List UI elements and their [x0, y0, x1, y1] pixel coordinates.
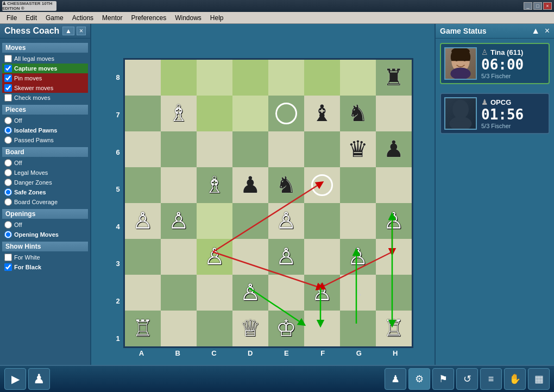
cell-f1[interactable] [304, 311, 340, 346]
menu-game[interactable]: Game [41, 13, 68, 23]
minimize-button[interactable]: _ [524, 2, 532, 10]
toolbar-icon-6[interactable]: ✋ [504, 368, 526, 390]
openings-off-option[interactable]: Off [2, 220, 88, 230]
status-close-button[interactable]: × [545, 26, 550, 35]
cell-a2[interactable] [125, 275, 161, 311]
toolbar-icon-5[interactable]: ≡ [480, 368, 502, 390]
cell-a4[interactable]: ♙ [125, 203, 161, 239]
cell-e4[interactable]: ♙ [268, 203, 304, 239]
status-expand-button[interactable]: ▲ [531, 26, 540, 35]
skewer-moves-checkbox[interactable] [4, 84, 12, 92]
cell-g6[interactable]: ♛ [340, 131, 376, 167]
opening-moves-radio[interactable] [4, 231, 12, 238]
capture-moves-checkbox[interactable] [4, 65, 12, 72]
cell-a7[interactable] [125, 96, 161, 131]
cell-b5[interactable] [161, 167, 197, 203]
pieces-off-option[interactable]: Off [2, 116, 88, 125]
cell-c5[interactable]: ♗ [197, 167, 232, 203]
capture-moves-option[interactable]: Capture moves [2, 64, 88, 73]
cell-d2[interactable]: ♙ [232, 275, 268, 311]
cell-a5[interactable] [125, 167, 161, 203]
cell-b4[interactable]: ♙ [161, 203, 197, 239]
cell-g4[interactable] [340, 203, 376, 239]
cell-c4[interactable] [197, 203, 232, 239]
board-off-option[interactable]: Off [2, 158, 88, 168]
for-black-option[interactable]: For Black [2, 262, 88, 272]
toolbar-icon-1[interactable]: ♟ [385, 368, 406, 390]
cell-d3[interactable] [232, 239, 268, 275]
play-button[interactable]: ▶ [4, 368, 26, 390]
coach-controls[interactable]: ▲ × [62, 27, 86, 35]
isolated-pawns-radio[interactable] [4, 127, 12, 134]
cell-e7[interactable] [268, 96, 304, 131]
toolbar-icon-7[interactable]: ▦ [528, 368, 550, 390]
menu-help[interactable]: Help [206, 13, 228, 23]
toolbar-icon-2[interactable]: ⚙ [408, 368, 430, 390]
cell-g1[interactable] [340, 311, 376, 346]
cell-f5[interactable] [304, 167, 340, 203]
board-coverage-option[interactable]: Board Coverage [2, 197, 88, 207]
all-legal-moves-checkbox[interactable] [4, 55, 12, 62]
cell-f8[interactable] [304, 60, 340, 96]
menu-mentor[interactable]: Mentor [98, 13, 127, 23]
legal-moves-radio[interactable] [4, 169, 12, 176]
menu-actions[interactable]: Actions [68, 13, 98, 23]
for-white-checkbox[interactable] [4, 254, 12, 261]
titlebar-controls[interactable]: _ □ × [524, 2, 552, 10]
cell-d5[interactable]: ♟ [232, 167, 268, 203]
cell-d4[interactable] [232, 203, 268, 239]
cell-g2[interactable]: ↖ [340, 275, 376, 311]
cell-g8[interactable] [340, 60, 376, 96]
cell-f6[interactable] [304, 131, 340, 167]
menu-windows[interactable]: Windows [171, 13, 206, 23]
cell-d8[interactable] [232, 60, 268, 96]
safe-zones-radio[interactable] [4, 188, 12, 196]
legal-moves-option[interactable]: Legal Moves [2, 168, 88, 178]
close-button[interactable]: × [543, 2, 552, 10]
opening-moves-option[interactable]: Opening Moves [2, 230, 88, 239]
cell-b8[interactable] [161, 60, 197, 96]
check-moves-option[interactable]: Check moves [2, 93, 88, 103]
danger-zones-radio[interactable] [4, 179, 12, 186]
cell-e8[interactable] [268, 60, 304, 96]
cell-g5[interactable] [340, 167, 376, 203]
cell-c7[interactable] [197, 96, 232, 131]
cell-f4[interactable] [304, 203, 340, 239]
cell-c3[interactable]: ♙ [197, 239, 232, 275]
cell-b1[interactable] [161, 311, 197, 346]
menu-file[interactable]: File [2, 13, 21, 23]
cell-h2[interactable] [376, 275, 412, 311]
openings-off-radio[interactable] [4, 221, 12, 229]
cell-e5[interactable]: ♞ [268, 167, 304, 203]
passed-pawns-option[interactable]: Passed Pawns [2, 135, 88, 145]
status-controls[interactable]: ▲ × [531, 26, 550, 36]
cell-d6[interactable] [232, 131, 268, 167]
menu-edit[interactable]: Edit [21, 13, 41, 23]
cell-e1[interactable]: ♔ [268, 311, 304, 346]
cell-b3[interactable] [161, 239, 197, 275]
cell-h7[interactable] [376, 96, 412, 131]
pieces-off-radio[interactable] [4, 117, 12, 124]
passed-pawns-radio[interactable] [4, 136, 12, 144]
pin-moves-checkbox[interactable] [4, 74, 12, 82]
cell-d7[interactable] [232, 96, 268, 131]
cell-f2[interactable]: ♙ [304, 275, 340, 311]
toolbar-icon-3[interactable]: ⚑ [432, 368, 454, 390]
cell-d1[interactable]: ♕ [232, 311, 268, 346]
cell-e3[interactable]: ♙ [268, 239, 304, 275]
cell-a1[interactable]: ♖ [125, 311, 161, 346]
for-black-checkbox[interactable] [4, 263, 12, 271]
all-legal-moves-option[interactable]: All legal moves [2, 54, 88, 64]
for-white-option[interactable]: For White [2, 252, 88, 262]
chess-board[interactable]: ♜ ♗ [123, 58, 413, 348]
cell-b2[interactable] [161, 275, 197, 311]
cell-c8[interactable] [197, 60, 232, 96]
cell-h6[interactable]: ♟ [376, 131, 412, 167]
isolated-pawns-option[interactable]: Isolated Pawns [2, 125, 88, 135]
cell-h5[interactable] [376, 167, 412, 203]
cell-g7[interactable]: ♞ [340, 96, 376, 131]
cell-e2[interactable] [268, 275, 304, 311]
cell-f7[interactable]: ♝ [304, 96, 340, 131]
pin-moves-option[interactable]: Pin moves [2, 73, 88, 83]
cell-e6[interactable] [268, 131, 304, 167]
